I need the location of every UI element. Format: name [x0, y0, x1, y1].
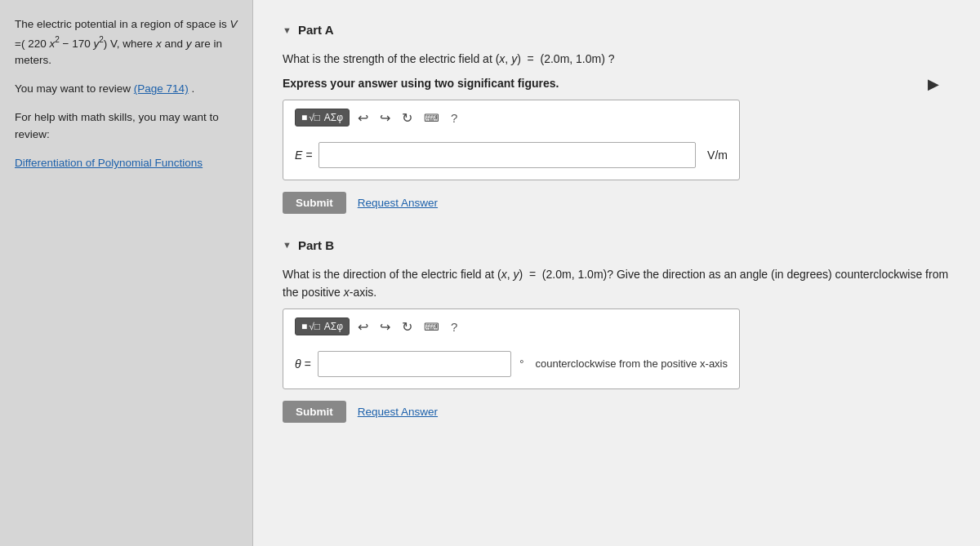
part-b-radical-icon: √□ — [309, 321, 320, 332]
part-a-section: ▼ Part A What is the strength of the ele… — [283, 23, 951, 214]
part-a-instruction: Express your answer using two significan… — [283, 74, 951, 92]
part-b-btn-row: Submit Request Answer — [283, 401, 951, 423]
differentiation-link[interactable]: Differentiation of Polynomial Functions — [15, 157, 203, 169]
part-b-input-label: θ = — [295, 357, 311, 371]
part-a-label: Part A — [298, 23, 334, 37]
part-a-request-button[interactable]: Request Answer — [358, 197, 438, 209]
part-b-formula-button[interactable]: ■ √□ ΑΣφ — [295, 317, 350, 335]
part-b-degree-symbol: ° — [519, 357, 523, 370]
part-a-question: What is the strength of the electric fie… — [283, 50, 951, 68]
part-a-help-icon[interactable]: ? — [448, 109, 461, 127]
part-b-section: ▼ Part B What is the direction of the el… — [283, 238, 951, 423]
part-b-redo-icon[interactable]: ↪ — [376, 317, 394, 336]
part-b-help-icon[interactable]: ? — [448, 318, 461, 335]
part-b-label: Part B — [298, 238, 334, 252]
part-a-formula-button[interactable]: ■ √□ ΑΣφ — [295, 109, 350, 127]
formula-icon: ■ — [301, 112, 307, 123]
part-b-answer-input[interactable] — [318, 351, 512, 377]
part-a-btn-row: Submit Request Answer — [283, 192, 951, 214]
part-a-keyboard-icon[interactable]: ⌨ — [421, 110, 443, 126]
part-b-chevron[interactable]: ▼ — [283, 240, 292, 250]
part-a-chevron[interactable]: ▼ — [283, 25, 292, 35]
part-a-input-row: E = V/m — [295, 142, 728, 168]
part-b-keyboard-icon[interactable]: ⌨ — [421, 319, 443, 335]
part-a-refresh-icon[interactable]: ↻ — [399, 109, 416, 127]
part-a-unit: V/m — [707, 149, 728, 162]
part-b-question: What is the direction of the electric fi… — [283, 265, 951, 302]
part-a-input-label: E = — [295, 149, 312, 162]
main-content: ▶ ▼ Part A What is the strength of the e… — [253, 0, 980, 546]
part-b-toolbar: ■ √□ ΑΣφ ↩ ↪ ↻ ⌨ ? — [295, 317, 728, 343]
part-b-answer-box: ■ √□ ΑΣφ ↩ ↪ ↻ ⌨ ? θ = ° counterclockwis… — [283, 309, 740, 389]
part-a-undo-icon[interactable]: ↩ — [354, 109, 372, 127]
part-a-submit-button[interactable]: Submit — [283, 192, 346, 214]
sidebar: The electric potential in a region of sp… — [0, 0, 253, 546]
sidebar-review-text: You may want to review (Page 714) . — [15, 81, 238, 98]
part-b-unit-label: counterclockwise from the positive x-axi… — [535, 357, 728, 370]
part-a-answer-input[interactable] — [318, 142, 696, 168]
sidebar-help-text: For help with math skills, you may want … — [15, 109, 238, 144]
part-b-request-button[interactable]: Request Answer — [358, 406, 438, 418]
page-714-link[interactable]: (Page 714) — [134, 82, 189, 95]
part-a-answer-box: ■ √□ ΑΣφ ↩ ↪ ↻ ⌨ ? E = V/m — [283, 100, 740, 180]
part-b-undo-icon[interactable]: ↩ — [354, 317, 372, 336]
sidebar-intro-text: The electric potential in a region of sp… — [15, 16, 238, 69]
part-a-toolbar: ■ √□ ΑΣφ ↩ ↪ ↻ ⌨ ? — [295, 109, 728, 134]
part-b-formula-icon: ■ — [301, 321, 307, 332]
part-b-input-row: θ = ° counterclockwise from the positive… — [295, 351, 728, 377]
part-b-refresh-icon[interactable]: ↻ — [399, 317, 416, 336]
radical-icon: √□ — [309, 112, 320, 123]
part-b-submit-button[interactable]: Submit — [283, 401, 346, 423]
part-a-redo-icon[interactable]: ↪ — [376, 109, 394, 127]
